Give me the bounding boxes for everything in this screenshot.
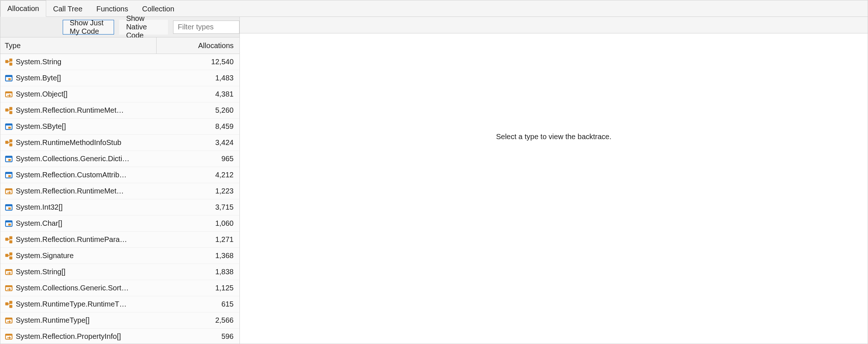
class-icon xyxy=(5,58,13,66)
type-name: System.RuntimeType[] xyxy=(16,316,157,325)
allocations-value: 1,060 xyxy=(157,219,239,228)
allocations-value: 596 xyxy=(157,332,239,341)
type-name: System.Reflection.PropertyInfo[] xyxy=(16,332,157,341)
table-row[interactable]: System.RuntimeMethodInfoStub3,424 xyxy=(0,135,239,151)
svg-rect-3 xyxy=(8,61,10,62)
allocations-value: 1,368 xyxy=(157,251,239,260)
show-native-code-button[interactable]: Show Native Code xyxy=(119,20,168,35)
array-icon xyxy=(5,90,13,98)
tab-label: Collection xyxy=(142,5,174,13)
allocations-value: 8,459 xyxy=(157,122,239,131)
profiler-window: AllocationCall TreeFunctionsCollection S… xyxy=(0,0,868,344)
struct-icon xyxy=(5,220,13,228)
array-icon xyxy=(5,268,13,276)
table-row[interactable]: System.String[]1,838 xyxy=(0,264,239,280)
array-icon xyxy=(5,90,13,98)
class-icon xyxy=(5,106,13,115)
table-row[interactable]: System.Signature1,368 xyxy=(0,248,239,264)
struct-icon xyxy=(5,171,13,179)
table-row[interactable]: System.RuntimeType[]2,566 xyxy=(0,312,239,329)
table-row[interactable]: System.Reflection.RuntimeMet…1,223 xyxy=(0,183,239,199)
svg-rect-15 xyxy=(8,127,11,129)
allocations-value: 4,212 xyxy=(157,171,239,179)
svg-rect-12 xyxy=(8,109,10,110)
table-row[interactable]: System.Collections.Generic.Sort…1,125 xyxy=(0,280,239,296)
table-row[interactable]: System.String12,540 xyxy=(0,54,239,70)
svg-rect-24 xyxy=(6,172,12,174)
struct-icon xyxy=(5,220,13,228)
table-row[interactable]: System.Int32[]3,715 xyxy=(0,199,239,216)
table-row[interactable]: System.Object[]4,381 xyxy=(0,86,239,102)
svg-rect-5 xyxy=(6,75,12,77)
table-row[interactable]: System.Reflection.PropertyInfo[]596 xyxy=(0,329,239,344)
tab-label: Allocation xyxy=(7,4,39,13)
struct-icon xyxy=(5,155,13,163)
svg-rect-32 xyxy=(6,221,12,222)
table-row[interactable]: System.SByte[]8,459 xyxy=(0,119,239,135)
tab-allocation[interactable]: Allocation xyxy=(0,0,46,17)
svg-rect-11 xyxy=(9,111,12,114)
type-name: System.Byte[] xyxy=(16,74,157,82)
table-row[interactable]: System.Reflection.RuntimePara…1,271 xyxy=(0,232,239,248)
type-name: System.Reflection.RuntimePara… xyxy=(16,235,157,244)
tab-call-tree[interactable]: Call Tree xyxy=(46,0,89,17)
table-row[interactable]: System.Collections.Generic.Dicti…965 xyxy=(0,151,239,167)
type-name: System.Collections.Generic.Sort… xyxy=(16,284,157,292)
svg-rect-6 xyxy=(8,78,11,80)
svg-rect-48 xyxy=(9,305,12,308)
svg-rect-43 xyxy=(6,269,12,271)
table-row[interactable]: System.Char[]1,060 xyxy=(0,216,239,232)
allocations-value: 1,483 xyxy=(157,74,239,82)
filter-types-input[interactable] xyxy=(177,22,235,32)
array-icon xyxy=(5,333,13,341)
table-row[interactable]: System.Reflection.CustomAttrib…4,212 xyxy=(0,167,239,183)
types-panel: Show Just My Code Show Native Code Type … xyxy=(0,17,240,344)
type-name: System.SByte[] xyxy=(16,122,157,131)
array-icon xyxy=(5,187,13,195)
struct-icon xyxy=(5,74,13,82)
svg-rect-35 xyxy=(9,236,12,239)
filter-types-field[interactable] xyxy=(173,21,239,34)
allocations-value: 1,271 xyxy=(157,235,239,244)
svg-rect-29 xyxy=(6,204,12,206)
struct-icon xyxy=(5,155,13,163)
array-icon xyxy=(5,284,13,292)
array-icon xyxy=(5,187,13,195)
allocations-value: 4,381 xyxy=(157,90,239,98)
table-row[interactable]: System.Byte[]1,483 xyxy=(0,70,239,86)
allocations-value: 12,540 xyxy=(157,58,239,66)
class-icon xyxy=(5,106,13,115)
backtrace-header-strip xyxy=(240,17,868,33)
svg-rect-41 xyxy=(8,255,10,256)
svg-rect-14 xyxy=(6,124,12,125)
button-label: Show Native Code xyxy=(126,14,161,40)
array-icon xyxy=(5,333,13,341)
svg-rect-21 xyxy=(6,156,12,157)
class-icon xyxy=(5,236,13,244)
type-name: System.Int32[] xyxy=(16,203,157,211)
allocations-value: 3,424 xyxy=(157,138,239,147)
struct-icon xyxy=(5,74,13,82)
column-header-type[interactable]: Type xyxy=(0,41,156,50)
svg-rect-33 xyxy=(8,224,11,226)
type-name: System.Char[] xyxy=(16,219,157,228)
type-name: System.Reflection.CustomAttrib… xyxy=(16,171,157,179)
class-icon xyxy=(5,252,13,260)
svg-rect-53 xyxy=(6,334,12,336)
table-row[interactable]: System.Reflection.RuntimeMet…5,260 xyxy=(0,102,239,119)
table-row[interactable]: System.RuntimeType.RuntimeT…615 xyxy=(0,296,239,312)
svg-rect-19 xyxy=(8,142,10,142)
type-name: System.Signature xyxy=(16,251,157,260)
svg-rect-2 xyxy=(9,62,12,65)
show-just-my-code-button[interactable]: Show Just My Code xyxy=(63,20,114,35)
svg-rect-39 xyxy=(9,252,12,255)
type-name: System.String[] xyxy=(16,268,157,276)
class-icon xyxy=(5,300,13,308)
column-header-allocations[interactable]: Allocations xyxy=(157,41,239,50)
svg-rect-40 xyxy=(9,256,12,259)
backtrace-panel: Select a type to view the backtrace. xyxy=(240,17,868,344)
allocations-value: 615 xyxy=(157,300,239,308)
types-table-body[interactable]: System.String12,540 System.Byte[]1,483 S… xyxy=(0,54,239,344)
svg-rect-25 xyxy=(8,175,11,177)
svg-rect-30 xyxy=(8,207,11,210)
